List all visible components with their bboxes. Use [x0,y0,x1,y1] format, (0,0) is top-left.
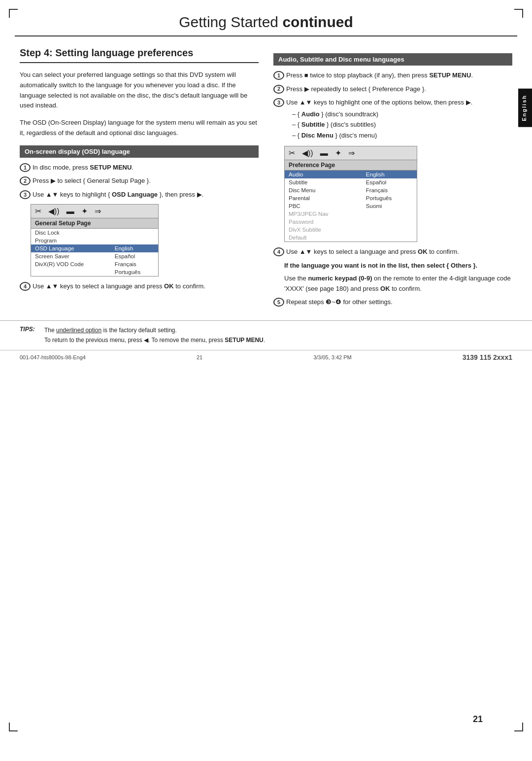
audio-step-3-num: 3 [273,98,284,107]
intro-para-1: You can select your preferred language s… [20,70,259,111]
footer: 001-047-hts8000s-98-Eng4 21 3/3/05, 3:42… [0,350,532,364]
repeat-step: 5 Repeat steps ❸~❹ for other settings. [273,297,512,307]
osd-step-2: 2 Press ▶ to select { General Setup Page… [20,176,259,186]
pref-default-value [362,234,417,242]
osd-value-english: English [111,244,158,252]
pref-row-default: Default [285,234,417,242]
if-not-in-list: If the language you want is not in the l… [284,261,512,271]
menu-toolbar: ✂ ◀)) ▬ ✦ ⇒ [31,205,158,218]
toolbar-icon-4: ✦ [81,207,88,216]
pref-toolbar-icon-5: ⇒ [348,148,355,158]
audio-step-1-num: 1 [273,71,284,80]
program-value [111,237,158,244]
step-1-content: In disc mode, press SETUP MENU. [33,163,259,173]
audio-step-1-content: Press ■ twice to stop playback (if any),… [286,70,512,80]
step-1-num: 1 [20,163,31,172]
menu-row-portugues: Português [31,268,158,276]
menu-row-program: Program [31,237,158,244]
audio-step-4-content: Use ▲▼ keys to select a language and pre… [286,247,512,257]
divx-label: DivX(R) VOD Code [31,260,111,268]
general-setup-menu: ✂ ◀)) ▬ ✦ ⇒ General Setup Page Disc Lock… [31,204,159,277]
osd-steps-after-menu: 4 Use ▲▼ keys to select a language and p… [20,281,259,291]
audio-step-3: 3 Use ▲▼ keys to highlight one of the op… [273,98,512,141]
menu-row-disc-lock: Disc Lock [31,229,158,237]
right-column: Audio, Subtitle and Disc menu languages … [273,46,512,311]
pref-row-mp3: MP3/JPEG Nav [285,210,417,218]
pref-password-label: Password [285,218,362,226]
menu-row-screensaver: Screen Saver Español [31,252,158,260]
step-2-content: Press ▶ to select { General Setup Page }… [33,176,259,186]
pref-row-audio: Audio English [285,171,417,178]
divx-value: Français [111,260,158,268]
pref-audio-value: English [362,171,417,178]
intro-para-2: The OSD (On-Screen Display) language for… [20,118,259,138]
page-title: Getting Started continued [44,14,488,31]
empty-label [31,268,111,276]
general-setup-table: Disc Lock Program OSD Language English S… [31,229,158,276]
pref-parental-value: Português [362,194,417,202]
pref-row-parental: Parental Português [285,194,417,202]
audio-sub-list: { Audio } (disc's soundtrack) { Subtitle… [286,109,512,140]
pref-pbc-label: PBC [285,202,362,210]
program-label: Program [31,237,111,244]
tips-line1: The underlined option is the factory def… [44,327,177,334]
osd-section-header: On-screen display (OSD) language [20,145,259,158]
step-3-num: 3 [20,190,31,199]
osd-step-3: 3 Use ▲▼ keys to highlight { OSD Languag… [20,190,259,200]
screensaver-label: Screen Saver [31,252,111,260]
pref-subtitle-value: Español [362,178,417,186]
pref-toolbar-icon-3: ▬ [320,149,328,158]
pref-toolbar-icon-1: ✂ [289,148,295,158]
toolbar-icon-1: ✂ [35,207,41,216]
language-tab: English [518,89,532,127]
audio-step-2-num: 2 [273,85,284,94]
pref-password-value [362,218,417,226]
corner-tr [514,9,523,18]
audio-section-header: Audio, Subtitle and Disc menu languages [273,53,512,66]
repeat-step-5: 5 Repeat steps ❸~❹ for other settings. [273,297,512,307]
audio-steps-after-menu: 4 Use ▲▼ keys to select a language and p… [273,247,512,257]
footer-doc-number: 3139 115 2xxx1 [463,353,512,361]
audio-step-3-content: Use ▲▼ keys to highlight one of the opti… [286,98,512,141]
pref-divxsub-label: DivX Subtitle [285,226,362,234]
step-3-content: Use ▲▼ keys to highlight { OSD Language … [33,190,259,200]
menu-row-divx: DivX(R) VOD Code Français [31,260,158,268]
pref-menu-toolbar: ✂ ◀)) ▬ ✦ ⇒ [285,146,417,160]
pref-pbc-value: Suomi [362,202,417,210]
content-area: Step 4: Setting language preferences You… [0,36,532,320]
osd-step-1: 1 In disc mode, press SETUP MENU. [20,163,259,173]
footer-right: 3/3/05, 3:42 PM [313,354,352,360]
page-number-area: 21 [473,714,507,727]
toolbar-icon-3: ▬ [66,207,74,216]
pref-audio-label: Audio [285,171,362,178]
sub-item-subtitle: { Subtitle } (disc's subtitles) [292,120,512,130]
pref-mp3-label: MP3/JPEG Nav [285,210,362,218]
tips-text: The underlined option is the factory def… [44,326,265,345]
pref-row-pbc: PBC Suomi [285,202,417,210]
pref-discmenu-value: Français [362,186,417,194]
preference-menu: ✂ ◀)) ▬ ✦ ⇒ Preference Page Audio Englis… [284,146,417,242]
repeat-step-5-num: 5 [273,298,284,307]
preference-page-label: Preference Page [285,160,417,171]
menu-row-osd: OSD Language English [31,244,158,252]
corner-br [514,723,523,731]
osd-label: OSD Language [31,244,111,252]
pref-row-subtitle: Subtitle Español [285,178,417,186]
numeric-keypad-text: Use the numeric keypad (0-9) on the remo… [284,274,512,294]
step-4-num: 4 [20,282,31,291]
pref-row-password: Password [285,218,417,226]
tips-area: TIPS: The underlined option is the facto… [0,320,532,349]
osd-steps: 1 In disc mode, press SETUP MENU. 2 Pres… [20,163,259,200]
sub-item-audio: { Audio } (disc's soundtrack) [292,109,512,119]
sub-item-discmenu: { Disc Menu } (disc's menu) [292,131,512,140]
pref-parental-label: Parental [285,194,362,202]
pref-mp3-value [362,210,417,218]
corner-tl [9,9,18,18]
pref-divxsub-value [362,226,417,234]
disc-lock-value [111,229,158,237]
toolbar-icon-2: ◀)) [48,207,60,216]
corner-bl [9,723,18,731]
general-setup-page-label: General Setup Page [31,218,158,229]
step-4-content: Use ▲▼ keys to select a language and pre… [33,281,259,291]
page-number: 21 [473,714,483,724]
